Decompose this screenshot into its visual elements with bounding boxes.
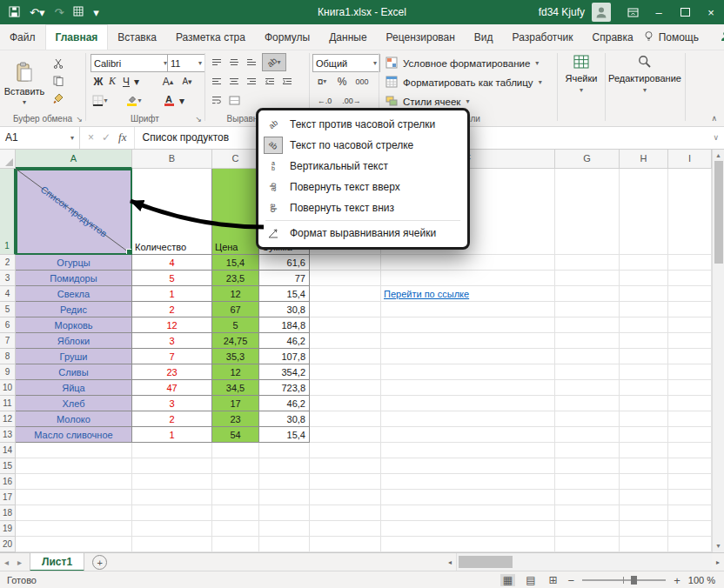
cell-H5[interactable] <box>620 302 668 317</box>
row-header-18[interactable]: 18 <box>0 505 16 521</box>
cell-G18[interactable] <box>555 505 620 521</box>
cell-B10[interactable]: 47 <box>132 380 212 396</box>
align-top-icon[interactable] <box>209 54 225 70</box>
cell-C17[interactable] <box>212 490 259 505</box>
format-as-table-button[interactable]: Форматировать как таблицу▾ <box>385 73 542 91</box>
cell-E9[interactable] <box>310 364 381 380</box>
cell-B6[interactable]: 12 <box>132 317 212 333</box>
cell-F6[interactable] <box>381 317 555 333</box>
cell-B8[interactable]: 7 <box>132 349 212 364</box>
cell-E18[interactable] <box>310 505 381 521</box>
cell-A13[interactable]: Масло сливочное <box>16 427 132 443</box>
cell-A9[interactable]: Сливы <box>16 364 132 380</box>
cell-I1[interactable] <box>668 169 712 255</box>
shrink-font-button[interactable]: А▾ <box>179 73 195 90</box>
cell-F17[interactable] <box>381 490 555 505</box>
cell-B5[interactable]: 2 <box>132 302 212 317</box>
cell-D6[interactable]: 184,8 <box>259 317 310 333</box>
align-center-icon[interactable] <box>226 73 242 90</box>
cell-H1[interactable] <box>620 169 668 255</box>
sheet-nav-left-icon[interactable]: ◂ <box>0 558 13 567</box>
cell-I9[interactable] <box>668 364 712 380</box>
undo-icon[interactable]: ↶▾ <box>30 7 44 18</box>
cell-F7[interactable] <box>381 333 555 349</box>
cell-C11[interactable]: 17 <box>212 396 259 411</box>
row-header-17[interactable]: 17 <box>0 490 16 505</box>
cell-H14[interactable] <box>620 443 668 458</box>
vertical-scroll-thumb[interactable] <box>714 161 723 264</box>
cell-A11[interactable]: Хлеб <box>16 396 132 411</box>
enter-icon[interactable]: ✓ <box>102 131 111 144</box>
row-header-19[interactable]: 19 <box>0 521 16 537</box>
cell-H19[interactable] <box>620 521 668 537</box>
cell-E3[interactable] <box>310 271 381 286</box>
cell-D17[interactable] <box>259 490 310 505</box>
cell-B2[interactable]: 4 <box>132 255 212 271</box>
cell-C12[interactable]: 23 <box>212 411 259 427</box>
cells-button[interactable]: Ячейки ▾ <box>562 55 600 94</box>
cell-F2[interactable] <box>381 255 555 271</box>
cell-E17[interactable] <box>310 490 381 505</box>
cell-F12[interactable] <box>381 411 555 427</box>
row-header-10[interactable]: 10 <box>0 380 16 396</box>
cell-H12[interactable] <box>620 411 668 427</box>
font-color-caret-icon[interactable]: ▾ <box>178 92 186 109</box>
number-format-combo[interactable]: Общий▾ <box>312 54 380 72</box>
maximize-button[interactable] <box>672 0 698 24</box>
orientation-menu-item-2[interactable]: abТекст по часовой стрелке <box>258 135 467 156</box>
cell-B16[interactable] <box>132 474 212 490</box>
name-box[interactable]: A1 ▾ <box>0 126 80 149</box>
cell-B3[interactable]: 5 <box>132 271 212 286</box>
cell-I15[interactable] <box>668 458 712 474</box>
cell-E16[interactable] <box>310 474 381 490</box>
cell-G4[interactable] <box>555 286 620 302</box>
sheet-tab-list1[interactable]: Лист1 <box>30 553 84 571</box>
cell-B15[interactable] <box>132 458 212 474</box>
cell-E13[interactable] <box>310 427 381 443</box>
underline-caret-icon[interactable]: ▾ <box>132 73 141 90</box>
cell-A18[interactable] <box>16 505 132 521</box>
cell-F5[interactable] <box>381 302 555 317</box>
cell-E11[interactable] <box>310 396 381 411</box>
cell-I14[interactable] <box>668 443 712 458</box>
cell-F16[interactable] <box>381 474 555 490</box>
cell-F18[interactable] <box>381 505 555 521</box>
fill-handle[interactable] <box>126 249 132 255</box>
cell-F14[interactable] <box>381 443 555 458</box>
hscroll-left-icon[interactable]: ◂ <box>444 558 456 566</box>
decrease-decimal-icon[interactable]: .00→ <box>340 92 363 109</box>
clipboard-dialog-launcher-icon[interactable]: ↘ <box>76 115 83 124</box>
comma-style-icon[interactable]: 000 <box>352 73 372 90</box>
horizontal-scrollbar[interactable]: ◂ ▸ <box>444 553 724 571</box>
bold-button[interactable]: Ж <box>92 73 104 90</box>
cell-D19[interactable] <box>259 521 310 537</box>
cell-H20[interactable] <box>620 537 668 552</box>
cell-C10[interactable]: 34,5 <box>212 380 259 396</box>
cell-I6[interactable] <box>668 317 712 333</box>
cell-F20[interactable] <box>381 537 555 552</box>
align-middle-icon[interactable] <box>226 54 242 70</box>
cell-C8[interactable]: 35,3 <box>212 349 259 364</box>
underline-button[interactable]: Ч <box>120 73 132 90</box>
cell-G6[interactable] <box>555 317 620 333</box>
cell-H15[interactable] <box>620 458 668 474</box>
formula-content[interactable]: Список продуктов <box>135 131 229 144</box>
vertical-scrollbar[interactable]: ▲ ▼ <box>712 149 724 552</box>
ribbon-tab-3[interactable]: Разметка стра <box>166 24 255 50</box>
cell-F11[interactable] <box>381 396 555 411</box>
cell-I20[interactable] <box>668 537 712 552</box>
cell-D4[interactable]: 15,4 <box>259 286 310 302</box>
cell-A17[interactable] <box>16 490 132 505</box>
cell-G1[interactable] <box>555 169 620 255</box>
cell-G16[interactable] <box>555 474 620 490</box>
save-icon[interactable] <box>9 6 20 19</box>
cell-G10[interactable] <box>555 380 620 396</box>
cell-I2[interactable] <box>668 255 712 271</box>
cell-E20[interactable] <box>310 537 381 552</box>
insert-function-icon[interactable]: fx <box>118 130 126 144</box>
row-header-2[interactable]: 2 <box>0 255 16 271</box>
row-header-11[interactable]: 11 <box>0 396 16 411</box>
orientation-button[interactable]: ab▾ <box>262 53 286 71</box>
ribbon-tab-0[interactable]: Файл <box>0 24 45 50</box>
cell-E4[interactable] <box>310 286 381 302</box>
